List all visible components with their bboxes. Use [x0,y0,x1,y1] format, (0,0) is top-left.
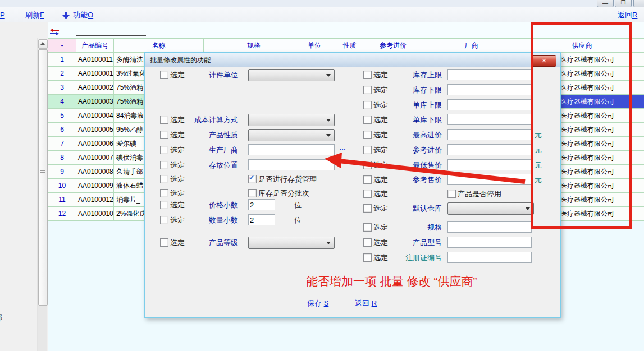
field-input[interactable] [447,114,532,125]
table-cell[interactable] [633,123,644,137]
grid-toolbar-strip [48,22,644,38]
field-input[interactable] [447,99,532,110]
table-cell[interactable] [633,151,644,165]
table-cell[interactable]: 1 [48,53,76,67]
select-checkbox[interactable] [363,71,372,79]
select-checkbox[interactable] [363,253,372,262]
field-input[interactable] [447,69,532,80]
table-cell[interactable]: AA0100001 [76,67,114,81]
column-header[interactable]: 厂商 [412,39,531,53]
select-checkbox[interactable] [363,86,372,94]
dialog-title: 批量修改属性的功能 [145,53,560,67]
scroll-up-icon[interactable] [38,39,48,49]
table-cell[interactable]: 7 [48,137,76,151]
restore-button-icon[interactable]: ❐ [615,0,632,7]
field-input[interactable] [447,221,532,233]
scrollbar-track[interactable] [38,306,47,351]
table-cell[interactable]: 9 [48,165,76,179]
menu-item-print[interactable]: 打印P [0,10,5,20]
field-dropdown[interactable] [447,202,534,215]
table-cell[interactable]: 3 [48,81,76,95]
column-header[interactable]: 性质 [325,39,374,53]
table-cell[interactable]: 12 [48,207,76,221]
menu-item-function[interactable]: 功能O [73,10,93,20]
table-cell[interactable]: AA0100003 [76,95,114,109]
field-label: 规格 [377,223,442,233]
select-checkbox[interactable] [363,204,372,213]
field-label: 最低售价 [377,160,442,170]
scrollbar-thumb[interactable] [38,49,48,306]
table-cell[interactable] [633,179,644,193]
table-cell[interactable]: AA0100012 [76,193,114,207]
table-cell[interactable]: 6 [48,123,76,137]
table-cell[interactable] [633,137,644,151]
table-cell[interactable] [633,207,644,221]
select-checkbox[interactable] [363,131,372,139]
table-cell[interactable]: AA0100007 [76,151,114,165]
unit-suffix-label: 元 [535,145,542,155]
table-cell[interactable]: 4 [48,95,76,109]
column-header[interactable]: 产品编号 [76,39,114,53]
column-header[interactable]: - [48,39,76,53]
column-header[interactable]: 名称 [114,39,204,53]
table-cell[interactable]: AA0100011 [76,53,114,67]
select-checkbox[interactable] [363,223,372,232]
column-header[interactable] [633,39,644,53]
table-cell[interactable]: AA0100009 [76,179,114,193]
select-checkbox[interactable] [363,116,372,124]
table-cell[interactable]: 2 [48,67,76,81]
table-cell[interactable]: AA0100004 [76,109,114,123]
column-header[interactable]: 规格 [204,39,304,53]
dialog-close-icon[interactable]: ✕ [532,55,556,67]
table-cell[interactable] [633,109,644,123]
vertical-scrollbar[interactable] [37,38,47,351]
table-cell[interactable]: 8 [48,151,76,165]
table-cell[interactable]: AA0100006 [76,137,114,151]
save-button[interactable]: 保存 S [307,298,328,308]
dialog-field-row: 选定单库上限 [145,99,560,112]
table-cell[interactable]: AA0100002 [76,81,114,95]
dialog-field-row: 选定库存上限 [145,69,560,81]
column-header[interactable]: 参考进价 [374,39,412,53]
field-input[interactable] [447,237,532,248]
column-header[interactable]: 单位 [304,39,325,53]
swap-arrows-icon[interactable] [49,28,60,36]
field-input[interactable] [447,144,532,155]
column-header[interactable]: 供应商 [531,39,633,53]
table-cell[interactable] [633,165,644,179]
table-cell[interactable] [633,193,644,207]
select-checkbox[interactable] [363,161,372,169]
unit-suffix-label: 元 [535,175,542,185]
table-cell[interactable] [633,95,644,109]
table-cell[interactable] [633,81,644,95]
select-checkbox[interactable] [363,176,372,184]
field-input[interactable] [447,159,532,170]
table-cell[interactable]: 5 [48,109,76,123]
table-cell[interactable] [633,67,644,81]
filter-input[interactable] [76,35,146,36]
table-cell[interactable]: 10 [48,179,76,193]
field-input[interactable] [447,84,532,95]
dialog-field-row: 选定规格 [145,221,560,234]
return-button[interactable]: 返回 R [355,298,377,308]
table-cell[interactable]: AA0100010 [76,207,114,221]
field-label: 默认仓库 [377,204,442,214]
field-input[interactable] [447,252,532,263]
select-checkbox[interactable] [363,101,372,109]
table-cell[interactable]: AA0100008 [76,165,114,179]
select-checkbox[interactable] [363,190,372,198]
table-cell[interactable]: AA0100005 [76,123,114,137]
close-button-icon[interactable] [633,0,644,7]
field-input[interactable] [447,174,532,185]
table-cell[interactable] [633,53,644,67]
field-input[interactable] [447,129,532,140]
table-cell[interactable]: 11 [48,193,76,207]
select-checkbox[interactable] [363,238,372,247]
menu-item-refresh[interactable]: 刷新F [25,10,44,20]
menu-item-return[interactable]: 返回R [618,10,637,20]
dialog-field-row: 选定库存下限 [145,84,560,96]
minimize-button-icon[interactable]: ▬ [597,0,614,7]
field-checkbox[interactable] [447,190,456,198]
select-checkbox[interactable] [363,146,372,154]
dialog-field-row: 选定产品是否停用 [145,188,560,200]
